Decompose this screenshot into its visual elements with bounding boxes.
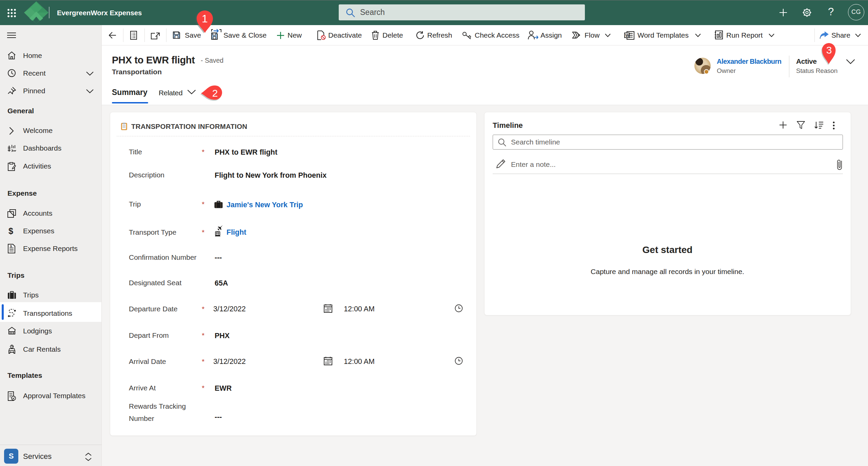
svg-text:$: $: [10, 245, 12, 248]
svg-text:1: 1: [202, 13, 208, 25]
svg-text:3: 3: [826, 44, 832, 56]
svg-text:W: W: [625, 33, 629, 38]
svg-text:2: 2: [212, 88, 218, 99]
